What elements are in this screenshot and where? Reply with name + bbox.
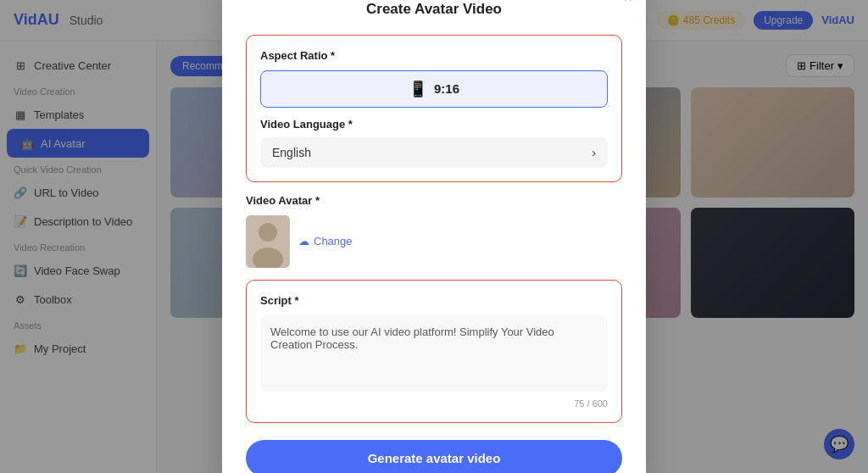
aspect-ratio-value: 9:16 — [434, 81, 459, 96]
script-textarea[interactable]: Welcome to use our AI video platform! Si… — [260, 315, 608, 392]
script-label: Script * — [260, 294, 608, 307]
modal-close-button[interactable]: × — [623, 0, 632, 7]
video-language-label: Video Language * — [260, 118, 608, 131]
aspect-ratio-label: Aspect Ratio * — [260, 49, 608, 62]
avatar-image — [246, 215, 290, 268]
language-select[interactable]: English › — [260, 137, 608, 168]
cloud-icon: ☁ — [298, 235, 309, 248]
svg-point-1 — [259, 223, 277, 242]
chevron-right-icon: › — [592, 146, 596, 159]
avatar-thumbnail-row: ☁ Change — [246, 215, 622, 268]
language-value: English — [272, 146, 311, 159]
generate-avatar-video-button[interactable]: Generate avatar video — [246, 440, 622, 474]
create-avatar-modal: Create Avatar Video × Aspect Ratio * 📱 9… — [222, 0, 646, 473]
video-avatar-label: Video Avatar * — [246, 194, 622, 207]
script-count: 75 / 600 — [260, 398, 608, 409]
modal-overlay: Create Avatar Video × Aspect Ratio * 📱 9… — [0, 0, 868, 473]
aspect-language-section: Aspect Ratio * 📱 9:16 Video Language * E… — [246, 35, 622, 182]
phone-icon: 📱 — [409, 80, 427, 98]
change-avatar-button[interactable]: ☁ Change — [298, 235, 353, 248]
aspect-ratio-button[interactable]: 📱 9:16 — [260, 70, 608, 108]
modal-title: Create Avatar Video — [246, 1, 622, 18]
script-section: Script * Welcome to use our AI video pla… — [246, 280, 622, 423]
app-background: VidAU Studio 🎁 Invite to earn rewards 🪙 … — [0, 0, 868, 473]
avatar-section: Video Avatar * ☁ Change — [246, 194, 622, 268]
